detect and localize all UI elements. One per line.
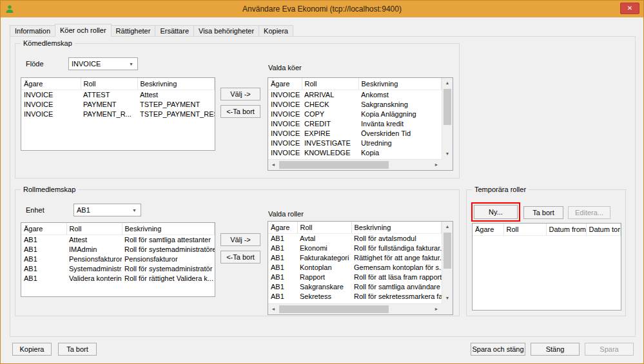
table-cell: Kopia Anläggning bbox=[358, 110, 442, 119]
table-row[interactable]: INVOICECOPYKopia Anläggning bbox=[268, 110, 442, 119]
column-header[interactable]: Roll bbox=[81, 78, 137, 90]
temp-roles-list[interactable]: ÄgareRollDatum fromDatum tom bbox=[472, 223, 621, 311]
scrollbar-thumb[interactable] bbox=[444, 233, 451, 269]
column-header[interactable]: Roll bbox=[66, 223, 122, 235]
table-row[interactable]: INVOICEINVESTIGATEUtredning bbox=[268, 139, 442, 148]
table-cell: Roll för avtalsmodul bbox=[351, 233, 442, 244]
column-header[interactable]: Roll bbox=[503, 224, 546, 235]
table-cell: IMAdmin bbox=[66, 245, 122, 254]
tab-koer-och-roller[interactable]: Köer och roller bbox=[55, 24, 112, 37]
scrollbar-thumb[interactable] bbox=[279, 161, 389, 169]
table-cell: Sakgranskning bbox=[358, 100, 442, 110]
role-remove-button[interactable]: <-Ta bort bbox=[220, 251, 260, 263]
new-temp-role-button[interactable]: Ny... bbox=[474, 205, 518, 219]
table-cell: Roll för sekretessmarkera fa... bbox=[351, 292, 442, 302]
table-cell: INVOICE bbox=[21, 90, 81, 100]
scroll-right-icon[interactable]: ► bbox=[431, 304, 442, 314]
table-row[interactable]: AB1IMAdminRoll för systemadministratörer bbox=[21, 245, 215, 254]
table-row[interactable]: AB1KontoplanGemensam kontoplan för s... bbox=[268, 263, 442, 273]
table-cell: Pensionsfakturor bbox=[66, 254, 122, 264]
column-header[interactable]: Beskrivning bbox=[351, 222, 442, 233]
table-row[interactable]: AB1AttestRoll för samtliga attestanter bbox=[21, 235, 215, 245]
table-row[interactable]: AB1AvtalRoll för avtalsmodul bbox=[268, 233, 442, 244]
table-cell: AB1 bbox=[268, 292, 297, 302]
column-header[interactable]: Ägare bbox=[268, 78, 302, 90]
queue-remove-button[interactable]: <-Ta bort bbox=[220, 105, 260, 118]
table-row[interactable]: AB1PensionsfakturorPensionsfakturor bbox=[21, 254, 215, 264]
table-row[interactable]: INVOICEPAYMENTTSTEP_PAYMENT bbox=[21, 100, 215, 110]
table-row[interactable]: INVOICEEXPIREÖverskriden Tid bbox=[268, 129, 442, 139]
scroll-up-icon[interactable]: ▲ bbox=[442, 78, 453, 88]
table-row[interactable]: AB1FakturakategoriRättighet för att ange… bbox=[268, 253, 442, 263]
close-button[interactable]: ✕ bbox=[620, 3, 639, 14]
copy-button[interactable]: Kopiera bbox=[12, 343, 52, 356]
tab-information[interactable]: Information bbox=[10, 25, 55, 36]
role-available-list[interactable]: ÄgareRollBeskrivning AB1AttestRoll för s… bbox=[21, 222, 215, 297]
table-row[interactable]: AB1RapportRoll för att läsa fram rapport bbox=[268, 273, 442, 282]
column-header[interactable]: Beskrivning bbox=[358, 78, 442, 90]
table-row[interactable]: INVOICEARRIVALAnkomst bbox=[268, 90, 442, 100]
column-header[interactable]: Ägare bbox=[21, 78, 81, 90]
column-header[interactable]: Datum tom bbox=[586, 224, 621, 235]
horizontal-scrollbar[interactable]: ◄ ► bbox=[268, 159, 442, 170]
scroll-down-icon[interactable]: ▼ bbox=[442, 149, 453, 159]
column-header[interactable]: Roll bbox=[297, 222, 351, 233]
close-dialog-button[interactable]: Stäng bbox=[531, 343, 580, 356]
flow-select[interactable]: INVOICE ▼ bbox=[68, 57, 138, 70]
table-row[interactable]: AB1EkonomiRoll för fullständiga fakturar… bbox=[268, 244, 442, 253]
save-and-close-button[interactable]: Spara och stäng bbox=[471, 343, 525, 356]
column-header[interactable]: Beskrivning bbox=[122, 223, 215, 235]
scroll-up-icon[interactable]: ▲ bbox=[442, 222, 453, 232]
column-header[interactable]: Beskrivning bbox=[137, 78, 215, 90]
column-header[interactable]: Datum from bbox=[546, 224, 586, 235]
selected-roles-list[interactable]: ÄgareRollBeskrivning AB1AvtalRoll för av… bbox=[268, 221, 453, 315]
vertical-scrollbar[interactable]: ▲ ▼ bbox=[442, 222, 453, 303]
save-button[interactable]: Spara bbox=[585, 343, 634, 356]
scrollbar-thumb[interactable] bbox=[279, 305, 389, 313]
edit-temp-role-button[interactable]: Editera... bbox=[568, 206, 610, 219]
scroll-left-icon[interactable]: ◄ bbox=[268, 160, 278, 170]
scroll-left-icon[interactable]: ◄ bbox=[268, 304, 278, 314]
table-row[interactable]: INVOICEKNOWLEDGEKopia bbox=[268, 148, 442, 158]
table-row[interactable]: INVOICEATTESTAttest bbox=[21, 90, 215, 100]
unit-select[interactable]: AB1 ▼ bbox=[73, 204, 141, 216]
column-header[interactable]: Ägare bbox=[268, 222, 297, 233]
list-header-row: ÄgareRollBeskrivning bbox=[268, 222, 442, 233]
titlebar[interactable]: Användare Eva Ekonomi (tcp://localhost:9… bbox=[1, 1, 643, 17]
scroll-right-icon[interactable]: ► bbox=[431, 160, 442, 170]
table-row[interactable]: INVOICECREDITInvänta kredit bbox=[268, 119, 442, 129]
queue-select-button[interactable]: Välj -> bbox=[220, 88, 260, 101]
queue-available-list[interactable]: ÄgareRollBeskrivning INVOICEATTESTAttest… bbox=[21, 77, 215, 151]
tab-rattigheter[interactable]: Rättigheter bbox=[111, 25, 156, 36]
table-row[interactable]: INVOICEPAYMENT_R...TSTEP_PAYMENT_RESPO..… bbox=[21, 110, 215, 119]
tab-ersattare[interactable]: Ersättare bbox=[155, 25, 194, 36]
table-row[interactable]: AB1Systemadministr...Roll för systemadmi… bbox=[21, 264, 215, 274]
table-row[interactable]: AB1SekretessRoll för sekretessmarkera fa… bbox=[268, 292, 442, 302]
remove-temp-role-button[interactable]: Ta bort bbox=[523, 206, 563, 219]
table-row[interactable]: AB1SakgranskareRoll för samtliga använda… bbox=[268, 282, 442, 292]
horizontal-scrollbar[interactable]: ◄ ► bbox=[268, 303, 442, 314]
table-cell: CREDIT bbox=[302, 119, 358, 129]
column-header[interactable]: Ägare bbox=[21, 223, 66, 235]
role-group-title: Rollmedlemskap bbox=[21, 186, 78, 194]
column-header[interactable]: Roll bbox=[302, 78, 358, 90]
table-cell: INVESTIGATE bbox=[302, 139, 358, 148]
selected-queues-list[interactable]: ÄgareRollBeskrivning INVOICEARRIVALAnkom… bbox=[268, 77, 453, 171]
scroll-down-icon[interactable]: ▼ bbox=[442, 293, 453, 303]
delete-button[interactable]: Ta bort bbox=[58, 343, 97, 356]
tab-visa-behorigheter[interactable]: Visa behörigheter bbox=[193, 25, 259, 36]
scrollbar-thumb[interactable] bbox=[444, 89, 451, 125]
role-select-button[interactable]: Välj -> bbox=[220, 233, 260, 246]
vertical-scrollbar[interactable]: ▲ ▼ bbox=[442, 78, 453, 159]
table-cell: Ankomst bbox=[358, 90, 442, 100]
table-cell: AB1 bbox=[21, 235, 66, 245]
temp-roles-table: ÄgareRollDatum fromDatum tom bbox=[473, 224, 621, 236]
table-cell: INVOICE bbox=[268, 119, 302, 129]
column-header[interactable]: Ägare bbox=[473, 224, 503, 235]
queue-group-title: Kömedlemskap bbox=[21, 39, 75, 48]
table-cell: AB1 bbox=[268, 253, 297, 263]
table-cell: Roll för systemadministratör bbox=[122, 264, 215, 274]
table-row[interactable]: AB1Validera konteringRoll för rättighet … bbox=[21, 274, 215, 283]
table-row[interactable]: INVOICECHECKSakgranskning bbox=[268, 100, 442, 110]
tab-kopiera[interactable]: Kopiera bbox=[259, 25, 293, 36]
